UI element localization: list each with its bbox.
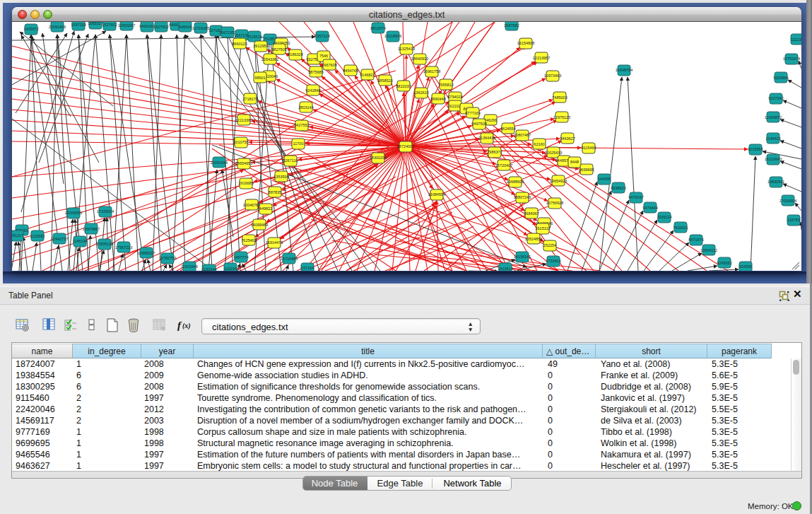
svg-text:9827505: 9827505 — [271, 47, 286, 52]
svg-text:1413614: 1413614 — [498, 267, 512, 271]
svg-text:8186328: 8186328 — [288, 52, 302, 57]
svg-text:16548784: 16548784 — [616, 68, 632, 72]
svg-text:1353594: 1353594 — [273, 175, 288, 179]
svg-text:15716485: 15716485 — [281, 257, 298, 261]
svg-text:8471676: 8471676 — [688, 238, 703, 242]
svg-text:1115682: 1115682 — [30, 234, 45, 238]
svg-text:16961758: 16961758 — [423, 69, 440, 74]
svg-text:2803144: 2803144 — [298, 105, 313, 110]
svg-text:14099489: 14099489 — [251, 223, 268, 227]
svg-text:20091406: 20091406 — [49, 25, 66, 29]
svg-text:20053346: 20053346 — [211, 160, 228, 165]
svg-text:1916685: 1916685 — [238, 181, 253, 185]
svg-text:1145194: 1145194 — [72, 239, 87, 243]
svg-text:1858520: 1858520 — [377, 78, 392, 83]
svg-text:6466160: 6466160 — [139, 24, 154, 28]
svg-text:17339924: 17339924 — [97, 209, 114, 214]
svg-text:1733426: 1733426 — [546, 259, 560, 263]
svg-text:9463627: 9463627 — [560, 136, 575, 141]
svg-text:12093872: 12093872 — [765, 115, 782, 119]
svg-text:9427552: 9427552 — [294, 123, 309, 127]
svg-text:(x): (x) — [182, 322, 191, 330]
svg-text:7485003: 7485003 — [552, 95, 567, 100]
svg-text:19218506: 19218506 — [384, 34, 401, 38]
svg-text:10975867: 10975867 — [83, 227, 100, 231]
svg-text:10958107: 10958107 — [138, 251, 155, 255]
svg-text:7546: 7546 — [319, 54, 328, 58]
svg-text:10688609: 10688609 — [507, 180, 524, 184]
svg-text:1097193: 1097193 — [71, 23, 86, 27]
svg-text:18300295: 18300295 — [370, 156, 387, 160]
svg-text:21364436: 21364436 — [478, 136, 495, 140]
svg-text:119234: 119234 — [224, 267, 237, 271]
svg-text:9115460: 9115460 — [581, 146, 596, 150]
svg-text:15751074: 15751074 — [783, 57, 800, 61]
svg-text:7955812: 7955812 — [438, 83, 453, 87]
svg-text:11923446: 11923446 — [181, 264, 198, 269]
svg-text:10046786: 10046786 — [243, 203, 260, 207]
svg-text:8938923: 8938923 — [611, 186, 625, 190]
svg-text:9777169: 9777169 — [465, 111, 480, 115]
svg-text:10756928: 10756928 — [546, 201, 563, 205]
svg-text:1405572: 1405572 — [23, 27, 38, 31]
svg-text:8448: 8448 — [570, 160, 579, 164]
svg-text:9146821: 9146821 — [360, 73, 375, 77]
svg-text:3624554: 3624554 — [500, 127, 515, 131]
svg-text:111236: 111236 — [791, 37, 801, 42]
svg-text:6479197: 6479197 — [628, 195, 643, 199]
svg-text:3875685: 3875685 — [308, 70, 323, 74]
svg-text:12975125: 12975125 — [553, 115, 570, 119]
svg-text:7986372: 7986372 — [487, 150, 502, 154]
svg-text:8454749: 8454749 — [343, 69, 358, 73]
svg-text:9329966: 9329966 — [773, 76, 788, 80]
svg-text:1065327: 1065327 — [88, 22, 102, 25]
svg-text:1527602: 1527602 — [102, 23, 117, 27]
svg-text:12213360: 12213360 — [235, 118, 252, 122]
svg-text:10807487: 10807487 — [514, 133, 531, 137]
svg-text:7357224: 7357224 — [314, 34, 329, 38]
svg-text:16914479: 16914479 — [266, 240, 283, 245]
svg-text:7515516: 7515516 — [247, 35, 261, 39]
svg-text:8660123: 8660123 — [232, 42, 247, 46]
svg-text:6794024: 6794024 — [447, 95, 462, 99]
svg-text:16782759: 16782759 — [159, 256, 176, 260]
svg-text:2935114: 2935114 — [657, 215, 671, 219]
svg-text:12505135: 12505135 — [96, 242, 113, 246]
svg-text:13524851: 13524851 — [525, 237, 542, 241]
svg-text:62160: 62160 — [534, 142, 544, 146]
svg-text:6497508: 6497508 — [471, 122, 486, 126]
svg-text:646616: 646616 — [179, 25, 192, 29]
svg-text:16154808: 16154808 — [517, 41, 534, 45]
svg-text:7632621: 7632621 — [673, 226, 688, 230]
svg-text:144095: 144095 — [598, 177, 611, 181]
svg-text:887835: 887835 — [269, 190, 281, 194]
svg-text:1244415: 1244415 — [765, 136, 780, 141]
svg-text:14136141: 14136141 — [514, 255, 531, 259]
svg-text:9474444: 9474444 — [642, 206, 657, 210]
svg-text:9699695: 9699695 — [579, 168, 594, 172]
svg-text:1192344: 1192344 — [201, 267, 216, 271]
svg-text:10025433: 10025433 — [545, 151, 562, 155]
svg-text:2687682: 2687682 — [504, 23, 519, 28]
svg-text:9457774: 9457774 — [233, 255, 248, 259]
svg-text:10653267: 10653267 — [118, 23, 135, 28]
svg-text:15692911: 15692911 — [767, 180, 784, 184]
svg-text:15720407: 15720407 — [495, 163, 512, 168]
svg-text:3912954: 3912954 — [253, 44, 268, 48]
svg-text:10543362: 10543362 — [261, 57, 278, 62]
svg-text:1615112: 1615112 — [535, 226, 550, 230]
svg-text:9227342: 9227342 — [768, 96, 783, 100]
svg-text:18807249: 18807249 — [514, 195, 531, 199]
svg-text:11700: 11700 — [293, 141, 304, 146]
svg-text:3267110: 3267110 — [283, 158, 298, 163]
svg-text:10654112: 10654112 — [700, 248, 717, 252]
svg-text:157164: 157164 — [301, 266, 314, 270]
svg-text:116753: 116753 — [787, 218, 800, 222]
svg-text:391217: 391217 — [12, 233, 23, 238]
svg-text:1362615: 1362615 — [413, 90, 428, 95]
svg-text:19384554: 19384554 — [428, 192, 445, 197]
svg-text:11325419: 11325419 — [398, 47, 415, 51]
svg-text:10719185: 10719185 — [192, 26, 209, 30]
svg-text:252254: 252254 — [543, 243, 556, 247]
svg-text:18654955: 18654955 — [235, 161, 252, 165]
